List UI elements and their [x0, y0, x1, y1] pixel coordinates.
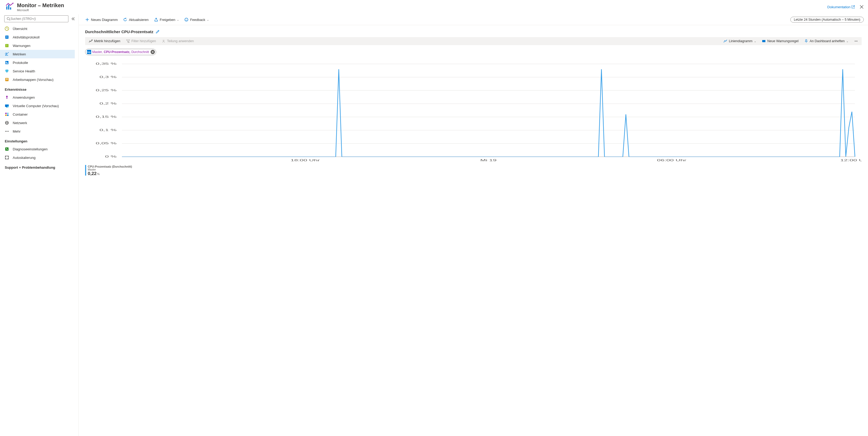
edit-icon[interactable] [156, 30, 159, 34]
svg-point-35 [855, 41, 855, 41]
svg-point-27 [7, 131, 7, 132]
svg-rect-4 [5, 35, 8, 39]
svg-text:0,15 %: 0,15 % [96, 115, 117, 118]
documentation-link[interactable]: Dokumentation [828, 5, 855, 9]
section-settings-title: Einstellungen [0, 135, 75, 145]
nav-label: Virtuelle Computer (Vorschau) [13, 104, 59, 108]
alerts-icon: ! [5, 43, 9, 48]
sidebar: Übersicht Aktivitätsprotokoll ! Warnunge… [0, 14, 79, 436]
pin-dashboard-button[interactable]: An Dashboard anheften ⌄ [802, 38, 851, 44]
autoscale-icon [5, 155, 9, 160]
diagnostics-icon [5, 147, 9, 151]
svg-point-32 [186, 19, 186, 19]
nav-label: Protokolle [13, 61, 28, 65]
nav-vms[interactable]: Virtuelle Computer (Vorschau) [0, 101, 75, 110]
nav-workbooks[interactable]: Arbeitsmappen (Vorschau) [0, 75, 75, 84]
svg-text:!: ! [6, 44, 7, 47]
share-button[interactable]: Freigeben ⌄ [152, 17, 181, 23]
overview-icon [5, 27, 9, 31]
page-title: Monitor – Metriken [17, 2, 64, 8]
close-button[interactable] [860, 5, 864, 9]
nav-service-health[interactable]: Service Health [0, 67, 75, 75]
smiley-icon [184, 18, 188, 22]
svg-point-18 [7, 106, 9, 107]
svg-rect-10 [6, 62, 7, 64]
nav-applications[interactable]: Anwendungen [0, 93, 75, 101]
svg-rect-21 [5, 115, 7, 116]
metric-chip[interactable]: SQL Master, CPU-Prozentsatz, Durchschnit… [85, 49, 156, 55]
nav-label: Netzwerk [13, 121, 27, 125]
feedback-button[interactable]: Feedback ⌄ [182, 17, 211, 23]
nav-label: Diagnoseeinstellungen [13, 147, 48, 151]
plus-icon [85, 18, 89, 22]
svg-text:0 %: 0 % [105, 155, 116, 158]
chip-resource: Master, [92, 50, 102, 54]
add-metric-button[interactable]: Metrik hinzufügen [86, 38, 123, 44]
more-options-button[interactable] [851, 38, 861, 44]
vms-icon [5, 104, 9, 108]
legend-resource-name: Master [88, 168, 132, 171]
chart-type-button[interactable]: Liniendiagramm ⌄ [721, 38, 759, 44]
chip-remove-button[interactable] [151, 50, 155, 54]
svg-text:Mi 19: Mi 19 [480, 159, 497, 162]
logs-icon [5, 60, 9, 65]
nav-overview[interactable]: Übersicht [0, 24, 75, 33]
nav-diagnostics[interactable]: Diagnoseeinstellungen [0, 145, 75, 153]
filter-icon [126, 39, 130, 43]
svg-rect-14 [6, 80, 8, 80]
nav-label: Metriken [13, 52, 26, 56]
pin-icon [804, 39, 808, 43]
svg-text:0,25 %: 0,25 % [96, 89, 117, 92]
page-subtitle: Microsoft [17, 8, 64, 12]
nav-alerts[interactable]: ! Warnungen [0, 41, 75, 50]
nav-label: Arbeitsmappen (Vorschau) [13, 78, 54, 82]
svg-text:0,3 %: 0,3 % [99, 75, 117, 79]
section-insights-title: Erkenntnisse [0, 84, 75, 93]
ellipsis-icon [854, 39, 858, 43]
search-icon [7, 17, 10, 21]
svg-point-0 [12, 3, 13, 4]
new-alert-button[interactable]: Neue Warnungsregel [759, 38, 801, 44]
monitor-logo-icon [5, 2, 14, 12]
add-metric-icon [89, 39, 93, 43]
svg-rect-19 [5, 113, 7, 114]
svg-text:0,05 %: 0,05 % [96, 142, 117, 145]
activity-log-icon [5, 35, 9, 39]
more-icon [5, 129, 9, 133]
nav-autoscale[interactable]: Autoskalierung [0, 153, 75, 162]
share-icon [154, 18, 158, 22]
svg-line-2 [9, 20, 10, 21]
new-chart-button[interactable]: Neues Diagramm [83, 17, 120, 23]
svg-point-33 [187, 19, 187, 19]
main-content: Neues Diagramm Aktualisieren Freigeben ⌄… [79, 14, 868, 436]
time-range-picker[interactable]: Letzte 24 Stunden (Automatisch – 5 Minut… [790, 17, 864, 23]
applications-icon [5, 95, 9, 99]
workbooks-icon [5, 77, 9, 82]
svg-text:0,2 %: 0,2 % [99, 102, 117, 105]
nav-label: Warnungen [13, 44, 30, 48]
search-input[interactable] [4, 15, 68, 22]
nav-logs[interactable]: Protokolle [0, 58, 75, 67]
svg-point-31 [185, 18, 188, 21]
nav-more[interactable]: Mehr [0, 127, 75, 135]
nav-activity-log[interactable]: Aktivitätsprotokoll [0, 33, 75, 41]
svg-point-1 [7, 18, 9, 20]
add-filter-button[interactable]: Filter hinzufügen [124, 38, 159, 44]
refresh-button[interactable]: Aktualisieren [121, 17, 151, 23]
chevron-down-icon: ⌄ [846, 40, 848, 43]
svg-point-37 [857, 41, 858, 41]
chart-legend: CPU-Prozentsatz (Durchschnitt) Master 0,… [85, 165, 862, 176]
chevron-down-icon: ⌄ [754, 40, 756, 43]
legend-metric-name: CPU-Prozentsatz (Durchschnitt) [88, 165, 132, 168]
nav-label: Aktivitätsprotokoll [13, 35, 39, 39]
page-header: Monitor – Metriken Microsoft Dokumentati… [0, 0, 868, 14]
nav-network[interactable]: Netzwerk [0, 119, 75, 127]
nav-containers[interactable]: Container [0, 110, 75, 119]
nav-metrics[interactable]: Metriken [0, 50, 75, 58]
collapse-sidebar-button[interactable] [70, 15, 76, 22]
apply-splitting-button[interactable]: Teilung anwenden [159, 38, 196, 44]
svg-text:0,35 %: 0,35 % [96, 63, 117, 65]
svg-rect-13 [6, 79, 8, 79]
svg-point-15 [6, 96, 8, 97]
alert-rule-icon [762, 39, 766, 43]
